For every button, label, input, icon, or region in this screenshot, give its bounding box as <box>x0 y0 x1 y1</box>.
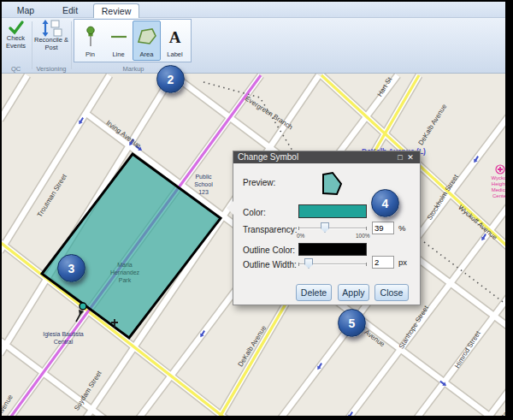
maximize-icon[interactable]: □ <box>395 151 405 163</box>
window-border-bottom <box>0 416 513 420</box>
transparency-slider-track[interactable] <box>298 228 367 229</box>
tab-map[interactable]: Map <box>7 3 44 18</box>
dialog-anchor-notch <box>227 201 233 215</box>
outline-width-unit: px <box>398 257 407 267</box>
outline-width-slider-thumb[interactable] <box>304 258 313 269</box>
svg-text:Park: Park <box>119 277 132 283</box>
svg-text:Iglesia Bautista: Iglesia Bautista <box>43 331 84 338</box>
preview-label: Preview: <box>243 178 275 187</box>
line-tool-button[interactable]: Line <box>104 21 133 61</box>
color-label: Color: <box>243 208 266 217</box>
line-label: Line <box>112 50 124 58</box>
check-events-label: Check Events <box>2 35 31 50</box>
close-button[interactable]: Close <box>374 284 409 301</box>
transparency-unit: % <box>398 223 405 233</box>
area-tool-button[interactable]: Area <box>133 21 161 61</box>
callout-badge-4: 4 <box>371 189 399 217</box>
outline-width-value-input[interactable] <box>372 256 394 269</box>
reconcile-post-button[interactable]: Reconcile & Post <box>33 20 69 51</box>
dialog-title-bar[interactable]: Change Symbol □ ✕ <box>233 151 420 163</box>
color-swatch[interactable] <box>298 204 367 218</box>
reconcile-post-label: Reconcile & Post <box>33 37 69 51</box>
group-versioning: Reconcile & Post Versioning <box>32 18 71 74</box>
svg-text:School: School <box>194 181 213 187</box>
reconcile-post-icon <box>40 20 62 37</box>
line-icon <box>110 25 127 49</box>
transparency-value-input[interactable] <box>372 222 394 234</box>
transparency-slider-thumb[interactable] <box>321 222 329 233</box>
close-icon[interactable]: ✕ <box>405 151 416 163</box>
svg-text:Public: Public <box>195 174 212 180</box>
transparency-label: Transparency: <box>243 225 298 234</box>
group-qc: Check Events QC <box>0 18 32 74</box>
area-icon <box>137 25 157 49</box>
outline-color-swatch[interactable] <box>298 243 367 256</box>
scale-min-label: 0% <box>297 233 304 239</box>
outline-color-label: Outline Color: <box>243 245 295 255</box>
callout-badge-2: 2 <box>156 65 185 93</box>
pin-label: Pin <box>86 50 95 58</box>
delete-button[interactable]: Delete <box>296 284 332 301</box>
outline-width-label: Outline Width: <box>243 260 297 269</box>
symbol-preview <box>321 171 344 197</box>
markup-tool-box: Pin Line Area A Label <box>74 19 192 62</box>
window-border-top <box>0 0 513 2</box>
pin-icon <box>86 25 96 49</box>
svg-text:Central: Central <box>54 339 74 345</box>
window-border-right <box>505 0 513 420</box>
svg-text:Hernandez: Hernandez <box>110 269 140 275</box>
ribbon-body: Check Events QC Reconcile & Post Versi <box>0 18 513 74</box>
check-icon <box>8 20 25 35</box>
svg-text:Maria: Maria <box>117 262 133 268</box>
scale-max-label: 100% <box>356 233 370 239</box>
apply-button[interactable]: Apply <box>338 284 369 301</box>
callout-badge-3: 3 <box>57 254 86 282</box>
dialog-title: Change Symbol <box>238 151 395 163</box>
label-tool-button[interactable]: A Label <box>161 21 189 61</box>
vertex-handle-dot[interactable] <box>80 303 86 310</box>
tab-review[interactable]: Review <box>93 3 139 18</box>
area-label: Area <box>140 50 154 58</box>
ribbon-tab-row: Map Edit Review <box>0 2 513 18</box>
pin-tool-button[interactable]: Pin <box>76 21 104 61</box>
window-border-left <box>0 0 2 420</box>
label-label: Label <box>167 50 182 58</box>
svg-text:123: 123 <box>198 189 209 195</box>
ribbon: Map Edit Review Check Events QC <box>0 0 513 74</box>
callout-badge-5: 5 <box>338 309 366 337</box>
group-label-qc: QC <box>0 65 32 73</box>
change-symbol-dialog: Change Symbol □ ✕ Preview: Color: Transp… <box>233 151 421 305</box>
check-events-button[interactable]: Check Events <box>1 20 31 50</box>
label-icon: A <box>169 25 181 49</box>
tab-edit[interactable]: Edit <box>51 3 89 18</box>
group-markup: Pin Line Area A Label <box>72 18 195 74</box>
group-label-versioning: Versioning <box>32 65 71 73</box>
